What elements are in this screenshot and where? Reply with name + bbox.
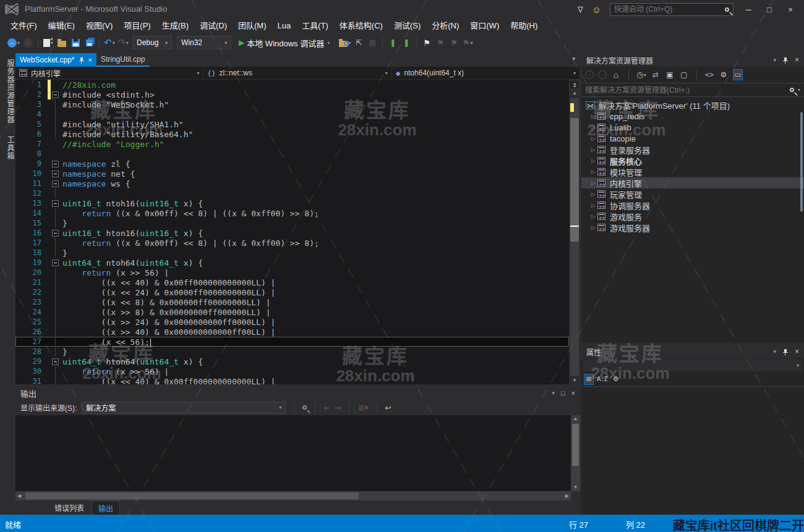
fold-column[interactable]: [51, 179, 60, 188]
redo-icon[interactable]: ↷▾: [118, 36, 129, 49]
panel-tab[interactable]: 输出: [92, 500, 120, 516]
project-tree-item[interactable]: ▷内核引擎: [581, 177, 804, 188]
code-line[interactable]: 20 return (x >> 56) |: [15, 268, 569, 277]
code-line[interactable]: 24 ((x >> 8) & 0x00000000ff000000LL) |: [15, 307, 569, 317]
search-options-dropdown-icon[interactable]: ▾: [798, 87, 800, 93]
word-wrap-icon[interactable]: ↩: [385, 403, 391, 412]
find-in-files-icon[interactable]: ▾: [339, 36, 351, 49]
tab-list-dropdown-icon[interactable]: ▾: [572, 56, 575, 62]
expand-arrow-icon[interactable]: ▷: [589, 192, 597, 197]
panel-dropdown-icon[interactable]: ▾: [552, 390, 555, 396]
clear-bookmarks-icon[interactable]: ⚑▾: [462, 36, 473, 49]
properties-wrench-icon[interactable]: ⚙: [719, 69, 729, 80]
expand-arrow-icon[interactable]: ▷: [589, 214, 597, 219]
pin-icon[interactable]: [782, 348, 789, 355]
editor-vertical-scrollbar[interactable]: ⇕ ▲ ▼: [569, 80, 580, 384]
expand-arrow-icon[interactable]: ▷: [589, 114, 597, 119]
find-message-icon[interactable]: [302, 405, 307, 410]
view-code-icon[interactable]: <>: [704, 69, 714, 80]
side-tab[interactable]: 工具箱: [0, 131, 15, 165]
scope-dropdown[interactable]: {} zl::net::ws▾: [203, 67, 391, 79]
navigate-forward-icon[interactable]: →: [22, 36, 33, 49]
project-tree-item[interactable]: ▷模块管理: [581, 166, 804, 177]
code-line[interactable]: 31 ((x << 40) & 0x00ff000000000000LL) |: [15, 376, 569, 384]
panel-close-icon[interactable]: ×: [795, 56, 799, 64]
panel-dropdown-icon[interactable]: ▾: [773, 57, 776, 63]
menu-item[interactable]: 团队(M): [233, 19, 272, 33]
scroll-down-icon[interactable]: ▼: [571, 484, 580, 491]
new-file-icon[interactable]: ▾: [43, 36, 54, 49]
properties-window-icon[interactable]: ▤: [367, 36, 378, 49]
comment-lines-icon[interactable]: ❚: [387, 36, 398, 49]
scroll-up-icon[interactable]: ▲: [569, 90, 580, 97]
property-pages-wrench-icon[interactable]: ⚙: [611, 374, 621, 385]
scroll-left-icon[interactable]: ◀: [17, 493, 21, 499]
expand-arrow-icon[interactable]: ▷: [589, 169, 597, 175]
collapse-all-icon[interactable]: ▭: [733, 69, 743, 80]
code-line[interactable]: 13uint16_t ntoh16(uint16_t x) {: [15, 198, 569, 208]
code-line[interactable]: 11namespace ws {: [15, 179, 569, 188]
output-horizontal-scrollbar[interactable]: ◀ ▶: [15, 491, 571, 500]
next-bookmark-icon[interactable]: ⚑: [448, 36, 460, 49]
save-all-icon[interactable]: [83, 36, 95, 49]
menu-item[interactable]: 文件(F): [5, 19, 43, 33]
fold-collapse-icon[interactable]: [52, 358, 59, 365]
fold-collapse-icon[interactable]: [52, 230, 59, 237]
open-file-icon[interactable]: [56, 36, 67, 49]
code-line[interactable]: 27 (x << 56);: [15, 337, 569, 347]
scroll-right-icon[interactable]: ▶: [565, 493, 569, 499]
panel-close-icon[interactable]: ×: [571, 389, 575, 397]
output-vertical-scrollbar[interactable]: ▲ ▼: [571, 415, 580, 491]
code-line[interactable]: 16uint16_t hton16(uint16_t x) {: [15, 228, 569, 238]
panel-dropdown-icon[interactable]: ▾: [773, 348, 776, 355]
project-tree-item[interactable]: ▷玩家管理: [581, 188, 804, 200]
fold-collapse-icon[interactable]: [52, 161, 59, 167]
project-tree-item[interactable]: ▷服务核心: [581, 155, 804, 166]
expand-arrow-icon[interactable]: ▷: [589, 180, 597, 186]
fold-collapse-icon[interactable]: [52, 260, 59, 266]
pending-changes-filter-icon[interactable]: ◷▾: [636, 69, 646, 80]
menu-item[interactable]: 体系结构(C): [334, 19, 388, 33]
sync-with-active-document-icon[interactable]: ⇱: [353, 36, 364, 49]
solution-search-box[interactable]: ▾: [581, 83, 804, 97]
fold-column[interactable]: [51, 159, 60, 169]
menu-item[interactable]: 分析(N): [426, 19, 464, 33]
side-tab[interactable]: 服务器资源管理器: [0, 54, 15, 129]
fold-column[interactable]: [51, 258, 60, 268]
solution-search-input[interactable]: [585, 86, 787, 95]
code-line[interactable]: 3#include "WebSocket.h": [15, 99, 569, 109]
expand-arrow-icon[interactable]: ▷: [589, 136, 597, 141]
menu-item[interactable]: 项目(P): [118, 19, 156, 33]
output-content[interactable]: [15, 415, 571, 491]
code-line[interactable]: 17 return ((x & 0x00ff) << 8) | ((x & 0x…: [15, 238, 569, 248]
expand-arrow-icon[interactable]: ▷: [589, 225, 597, 230]
code-line[interactable]: 6#include "utility/Base64.h": [15, 129, 569, 139]
menu-item[interactable]: 测试(S): [388, 19, 426, 33]
panel-close-icon[interactable]: ×: [795, 347, 799, 356]
code-line[interactable]: 18}: [15, 248, 569, 258]
code-line[interactable]: 4: [15, 109, 569, 119]
code-line[interactable]: 7//#include "Logger.h": [15, 139, 569, 149]
split-window-handle[interactable]: ⇕: [569, 80, 580, 90]
code-line[interactable]: 21 ((x << 40) & 0x00ff000000000000LL) |: [15, 277, 569, 287]
member-dropdown[interactable]: ◆ ntoh64(uint64_t x)▾: [392, 67, 580, 79]
code-line[interactable]: 25 ((x >> 24) & 0x0000000000ff0000LL) |: [15, 317, 569, 327]
maximize-button[interactable]: □: [763, 5, 776, 14]
pin-icon[interactable]: [782, 57, 789, 64]
code-line[interactable]: 22 ((x << 24) & 0x0000ff0000000000LL) |: [15, 287, 569, 297]
code-line[interactable]: 28}: [15, 347, 569, 357]
fold-column[interactable]: [51, 357, 60, 366]
quick-launch-box[interactable]: [610, 3, 733, 16]
scrollbar-thumb[interactable]: [570, 118, 579, 242]
notifications-funnel-icon[interactable]: ∇: [578, 5, 583, 14]
menu-item[interactable]: Lua: [272, 19, 297, 33]
expand-arrow-icon[interactable]: ▷: [589, 158, 597, 164]
solution-platform-combo[interactable]: Win32▾: [177, 36, 231, 49]
close-tab-icon[interactable]: ×: [88, 56, 92, 64]
menu-item[interactable]: 调试(D): [194, 19, 233, 33]
code-line[interactable]: 26 ((x >> 40) & 0x000000000000ff00LL) |: [15, 327, 569, 337]
project-tree-item[interactable]: ▷协调服务器: [581, 200, 804, 211]
show-all-files-icon[interactable]: ▢: [679, 69, 689, 80]
close-button[interactable]: ×: [784, 5, 797, 14]
project-tree-item[interactable]: ▷登录服务器: [581, 144, 804, 155]
